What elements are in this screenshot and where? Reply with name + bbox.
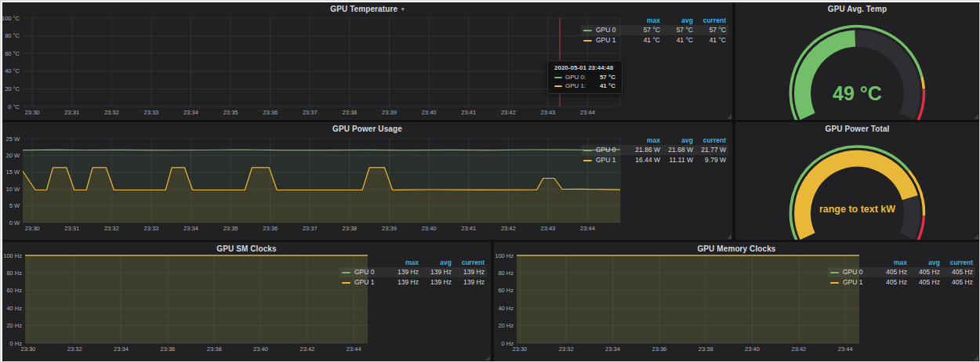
y-tick-label: 20 Hz [6, 322, 22, 329]
x-tick-label: 23:34 [605, 346, 620, 353]
x-tick-label: 23:40 [745, 346, 760, 353]
x-tick-label: 23:34 [183, 225, 198, 232]
legend-column-header[interactable]: current [693, 17, 726, 24]
x-tick-label: 23:33 [144, 225, 159, 232]
gpu-temperature-legend: maxavgcurrentGPU 057 °C57 °C57 °CGPU 141… [581, 16, 728, 45]
legend-column-header[interactable]: max [874, 259, 907, 266]
x-tick-label: 23:38 [343, 109, 358, 116]
gauge-value-arc [803, 158, 910, 236]
x-tick-label: 23:36 [652, 346, 667, 353]
y-tick-label: 80 Hz [498, 270, 514, 277]
x-tick-label: 23:36 [263, 109, 278, 116]
panel-title-text: GPU Temperature [330, 5, 397, 13]
legend-value: 21.68 W [660, 147, 693, 154]
legend-column-header[interactable]: current [452, 259, 485, 266]
panel-header-gpu-avg-temp[interactable]: GPU Avg. Temp [735, 2, 979, 16]
gpu-sm-clocks-legend: maxavgcurrentGPU 0139 Hz139 Hz139 HzGPU … [339, 258, 487, 288]
y-tick-label: 0 Hz [502, 340, 514, 347]
legend-header-row: maxavgcurrent [581, 136, 728, 145]
legend-column-header[interactable]: max [627, 137, 660, 144]
legend-series-name: GPU 1 [354, 279, 375, 286]
chevron-down-icon: ▾ [401, 6, 405, 13]
legend-series-color [830, 272, 839, 273]
legend-column-header[interactable]: max [386, 259, 419, 266]
y-tick-label: 0 °C [8, 103, 20, 110]
x-tick-label: 23:31 [64, 109, 79, 116]
x-tick-label: 23:37 [303, 109, 318, 116]
series-color-dash [554, 77, 562, 78]
panel-gpu-memory-clocks: GPU Memory Clocks 23:3023:3223:3423:3623… [494, 242, 979, 361]
panel-header-gpu-memory-clocks[interactable]: GPU Memory Clocks [494, 242, 979, 255]
legend-value: 405 Hz [940, 269, 973, 276]
legend-column-header[interactable]: avg [419, 259, 452, 266]
x-tick-label: 23:36 [161, 346, 176, 353]
x-tick-label: 23:41 [461, 225, 476, 232]
panel-header-gpu-temperature[interactable]: GPU Temperature ▾ [2, 2, 732, 16]
screenshot-frame: GPU Temperature ▾ 23:3023:3123:3223:3323… [0, 0, 980, 362]
panel-title-text: GPU Power Usage [332, 125, 402, 133]
legend-column-header[interactable]: avg [660, 17, 693, 24]
legend-series-toggle[interactable]: GPU 1 [342, 279, 386, 286]
legend-column-header[interactable]: avg [907, 259, 940, 266]
y-tick-label: 20 Hz [498, 322, 514, 329]
series-color-dash [554, 85, 562, 87]
x-tick-label: 23:32 [559, 346, 574, 353]
gpu-memory-clocks-legend: maxavgcurrentGPU 0405 Hz405 Hz405 HzGPU … [828, 258, 975, 288]
panel-header-gpu-power-total[interactable]: GPU Power Total [735, 122, 979, 136]
tooltip-series-name: GPU 0: [565, 74, 586, 81]
tooltip-timestamp: 2020-05-01 23:44:48 [554, 64, 615, 71]
legend-series-toggle[interactable]: GPU 0 [583, 147, 627, 154]
panel-resize-handle[interactable] [974, 356, 978, 360]
panel-header-gpu-power-usage[interactable]: GPU Power Usage [2, 122, 732, 136]
legend-header-row: maxavgcurrent [828, 258, 975, 267]
legend-row: GPU 1139 Hz139 Hz139 Hz [339, 277, 487, 288]
x-tick-label: 23:44 [347, 346, 361, 353]
gauge-value-text: 49 °C [735, 82, 979, 105]
tooltip-row: GPU 1: 41 °C [554, 82, 615, 89]
legend-value: 57 °C [627, 27, 660, 34]
legend-series-toggle[interactable]: GPU 1 [830, 279, 874, 286]
panel-resize-handle[interactable] [727, 114, 731, 119]
legend-column-header[interactable]: current [693, 137, 726, 144]
x-tick-label: 23:35 [223, 225, 238, 232]
legend-series-toggle[interactable]: GPU 0 [830, 269, 874, 276]
legend-series-toggle[interactable]: GPU 1 [583, 157, 627, 164]
legend-value: 405 Hz [874, 279, 907, 286]
gpu-avg-temp-gauge: 49 °C [735, 15, 979, 120]
series-area-fill [517, 255, 859, 343]
tooltip-series-value: 41 °C [600, 82, 615, 89]
legend-column-header[interactable]: avg [660, 137, 693, 144]
panel-gpu-sm-clocks: GPU SM Clocks 23:3023:3223:3423:3623:382… [2, 242, 491, 361]
x-tick-label: 23:41 [461, 109, 476, 116]
panel-resize-handle[interactable] [974, 234, 978, 239]
x-tick-label: 23:42 [501, 225, 516, 232]
x-tick-label: 23:30 [25, 109, 40, 116]
x-tick-label: 23:34 [114, 346, 129, 353]
x-tick-label: 23:30 [513, 346, 528, 353]
x-tick-label: 23:32 [67, 346, 82, 353]
legend-header-row: maxavgcurrent [339, 258, 487, 267]
legend-series-color [342, 282, 350, 284]
panel-resize-handle[interactable] [727, 234, 731, 239]
legend-series-toggle[interactable]: GPU 1 [583, 37, 627, 44]
legend-column-header[interactable]: current [940, 259, 973, 266]
series-line [23, 150, 620, 150]
legend-series-toggle[interactable]: GPU 0 [583, 27, 627, 34]
legend-column-header[interactable]: max [627, 17, 660, 24]
legend-value: 405 Hz [907, 279, 940, 286]
panel-resize-handle[interactable] [485, 356, 490, 360]
legend-series-name: GPU 0 [596, 27, 616, 34]
x-tick-label: 23:43 [541, 225, 556, 232]
legend-value: 139 Hz [452, 279, 485, 286]
legend-series-color [830, 282, 839, 284]
legend-row: GPU 0405 Hz405 Hz405 Hz [828, 267, 975, 277]
panel-resize-handle[interactable] [974, 114, 978, 119]
legend-series-toggle[interactable]: GPU 0 [342, 269, 386, 276]
x-tick-label: 23:30 [25, 225, 40, 232]
legend-series-name: GPU 1 [843, 279, 863, 286]
panel-header-gpu-sm-clocks[interactable]: GPU SM Clocks [2, 242, 491, 255]
grafana-dashboard: GPU Temperature ▾ 23:3023:3123:3223:3323… [2, 2, 979, 361]
x-tick-label: 23:42 [501, 109, 516, 116]
y-tick-label: 60 Hz [6, 287, 22, 294]
gauge-value-text: range to text kW [735, 204, 979, 215]
